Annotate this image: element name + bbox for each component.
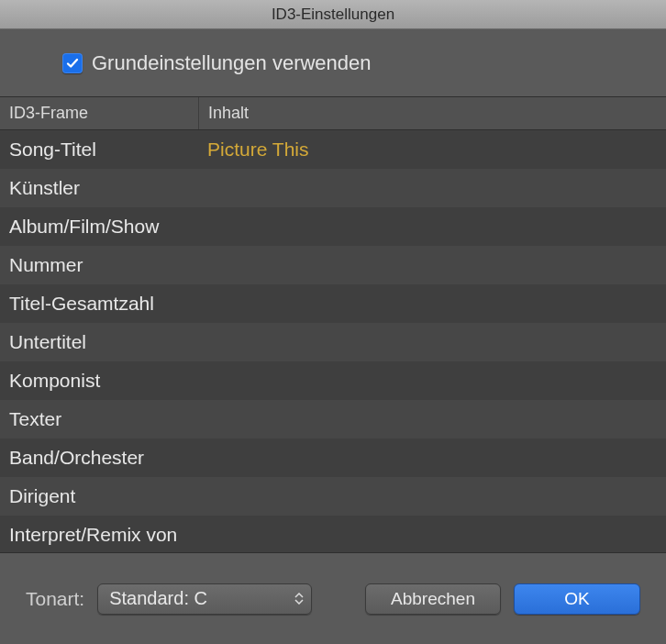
frame-cell: Untertitel <box>0 331 198 353</box>
key-label: Tonart: <box>26 588 84 610</box>
frame-cell: Band/Orchester <box>0 447 198 469</box>
frame-cell: Künstler <box>0 177 198 199</box>
footer-bar: Tonart: Standard: C Abbrechen OK <box>0 552 666 644</box>
checkmark-icon <box>65 56 80 71</box>
table-row[interactable]: Album/Film/Show <box>0 207 666 246</box>
table-row[interactable]: Interpret/Remix von <box>0 516 666 552</box>
frame-cell: Titel-Gesamtzahl <box>0 293 198 315</box>
col-header-frame[interactable]: ID3-Frame <box>0 97 198 129</box>
key-select-value: Standard: C <box>109 588 207 609</box>
frame-cell: Interpret/Remix von <box>0 524 198 546</box>
key-select[interactable]: Standard: C <box>97 583 312 615</box>
window-title: ID3-Einstellungen <box>272 6 394 24</box>
frame-cell: Song-Titel <box>0 139 198 161</box>
col-header-content[interactable]: Inhalt <box>198 97 666 129</box>
use-defaults-label: Grundeinstellungen verwenden <box>92 51 372 75</box>
frame-cell: Texter <box>0 408 198 430</box>
table-row[interactable]: Song-TitelPicture This <box>0 130 666 169</box>
table-row[interactable]: Titel-Gesamtzahl <box>0 284 666 323</box>
content-cell[interactable]: Picture This <box>198 139 666 161</box>
table-header: ID3-Frame Inhalt <box>0 97 666 130</box>
use-defaults-checkbox[interactable] <box>62 53 83 73</box>
table-row[interactable]: Band/Orchester <box>0 439 666 477</box>
frame-cell: Nummer <box>0 254 198 276</box>
table-row[interactable]: Komponist <box>0 361 666 400</box>
table-body: Song-TitelPicture ThisKünstlerAlbum/Film… <box>0 130 666 552</box>
frame-cell: Komponist <box>0 370 198 392</box>
ok-button[interactable]: OK <box>514 583 640 615</box>
table-row[interactable]: Untertitel <box>0 323 666 361</box>
table-row[interactable]: Künstler <box>0 169 666 207</box>
table-row[interactable]: Dirigent <box>0 477 666 516</box>
window-titlebar: ID3-Einstellungen <box>0 0 666 29</box>
table-row[interactable]: Nummer <box>0 246 666 284</box>
table-row[interactable]: Texter <box>0 400 666 439</box>
cancel-button[interactable]: Abbrechen <box>365 583 501 615</box>
options-bar: Grundeinstellungen verwenden <box>0 29 666 97</box>
frame-cell: Dirigent <box>0 485 198 507</box>
use-defaults-row[interactable]: Grundeinstellungen verwenden <box>62 51 372 75</box>
updown-icon <box>294 593 304 605</box>
frame-cell: Album/Film/Show <box>0 216 198 238</box>
